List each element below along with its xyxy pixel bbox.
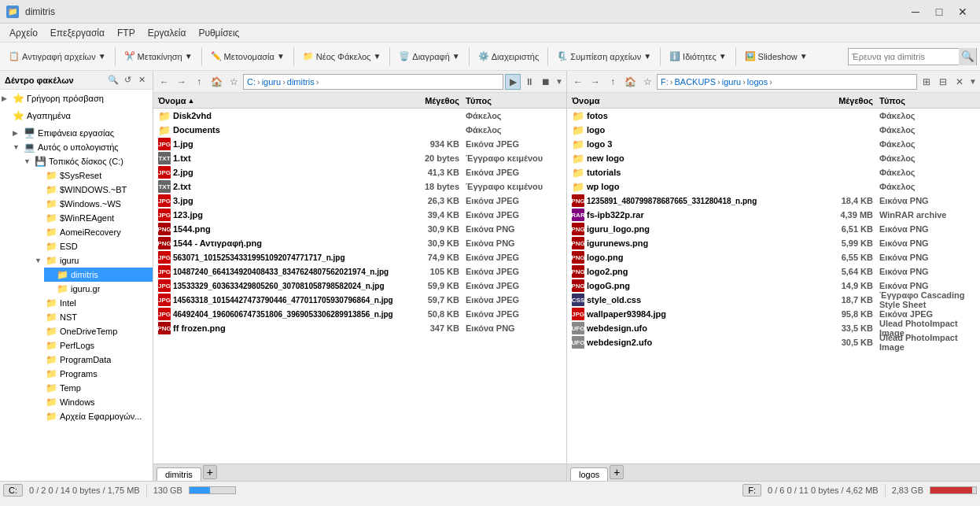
table-row[interactable]: PNGff frozen.png 347 KB Εικόνα PNG [153,321,566,335]
copy-files-button[interactable]: 📋 Αντιγραφή αρχείων ▼ [3,46,112,68]
tree-item-onedrivetemp[interactable]: 📁 OneDriveTemp [33,324,153,338]
tree-item-favorites[interactable]: ⭐ Αγαπημένα [0,109,153,123]
rename-button[interactable]: ✏️ Μετονομασία ▼ [205,46,290,68]
left-col-name[interactable]: Όνομα ▲ [155,96,400,105]
left-stop-button[interactable]: ⏹ [538,74,554,90]
right-back-button[interactable]: ← [570,74,586,90]
right-path-backups[interactable]: BACKUPS [674,77,716,87]
right-col-type[interactable]: Τύπος [876,96,978,105]
table-row[interactable]: TXT1.txt 20 bytes Έγγραφο κειμένου [153,151,566,165]
right-drive-button[interactable]: F: [742,484,761,497]
menu-edit[interactable]: Επεξεργασία [44,26,111,40]
tree-refresh-button[interactable]: ↺ [121,74,134,87]
right-tab-add[interactable]: + [610,465,624,479]
left-pause-button[interactable]: ⏸ [521,74,537,90]
right-tab-logos[interactable]: logos [570,467,608,481]
table-row[interactable]: 📁wp logo Φάκελος [567,179,980,194]
table-row[interactable]: JPG3.jpg 26,3 KB Εικόνα JPEG [153,194,566,208]
slideshow-button[interactable]: 🖼️ Slideshow ▼ [739,46,813,68]
compress-button[interactable]: 🗜️ Συμπίεση αρχείων ▼ [551,46,657,68]
close-button[interactable]: ✕ [952,4,974,20]
left-star-button[interactable]: ☆ [226,74,241,90]
tree-search-button[interactable]: 🔍 [107,74,120,87]
right-nav-btn1[interactable]: ⊞ [919,74,934,90]
tree-item-desktop[interactable]: ▶ 🖥️ Επιφάνεια εργασίας [11,126,153,140]
menu-ftp[interactable]: FTP [111,26,142,40]
menu-settings[interactable]: Ρυθμίσεις [192,26,245,40]
tree-item-temp[interactable]: 📁 Temp [33,381,153,395]
left-tab-dimitris[interactable]: dimitris [157,467,201,481]
tree-item-igurugr[interactable]: 📁 iguru.gr [44,282,153,296]
table-row[interactable]: RARfs-ipb322p.rar 4,39 MB WinRAR archive [567,208,980,222]
delete-button[interactable]: 🗑️ Διαγραφή ▼ [393,46,465,68]
table-row[interactable]: PNG1544 - Αντιγραφή.png 30,9 KB Εικόνα P… [153,236,566,250]
new-folder-button[interactable]: 📁 Νέος Φάκελος ▼ [297,46,387,68]
table-row[interactable]: UFOwebdesign2.ufo 30,5 KB Ulead PhotoImp… [567,335,980,349]
tree-item-esd[interactable]: 📁 ESD [33,239,153,253]
left-col-size[interactable]: Μέγεθος [400,96,462,105]
tree-item-dimitris[interactable]: 📁 dimitris [44,268,153,282]
tree-item-aomei[interactable]: 📁 AomeiRecovery [33,225,153,239]
table-row[interactable]: JPG1.jpg 934 KB Εικόνα JPEG [153,137,566,151]
right-path-f[interactable]: F: [661,77,669,87]
table-row[interactable]: 📁new logo Φάκελος [567,151,980,165]
left-drive-button[interactable]: C: [3,484,23,497]
maximize-button[interactable]: □ [928,4,950,20]
right-up-button[interactable]: ↑ [605,74,621,90]
properties-button[interactable]: ℹ️ Ιδιότητες ▼ [664,46,732,68]
left-path-c[interactable]: C: [247,77,256,87]
table-row[interactable]: JPG123.jpg 39,4 KB Εικόνα JPEG [153,208,566,222]
left-col-type[interactable]: Τύπος [462,96,565,105]
tree-item-nst[interactable]: 📁 NST [33,310,153,324]
table-row[interactable]: 📁logo Φάκελος [567,123,980,137]
table-row[interactable]: TXT2.txt 18 bytes Έγγραφο κειμένου [153,179,566,194]
right-path-dropdown[interactable]: ▼ [969,77,977,86]
menu-tools[interactable]: Εργαλεία [142,26,193,40]
table-row[interactable]: JPG563071_101525343319951092074771717_n.… [153,250,566,264]
table-row[interactable]: PNGlogo2.png 5,64 KB Εικόνα PNG [567,264,980,279]
left-play-button[interactable]: ▶ [505,74,521,90]
table-row[interactable]: 📁fotos Φάκελος [567,109,980,123]
tree-item-iguru[interactable]: ▼ 📁 iguru [33,253,153,268]
move-button[interactable]: ✂️ Μετακίνηση ▼ [119,46,198,68]
tree-item-intel[interactable]: 📁 Intel [33,296,153,310]
right-path-iguru[interactable]: iguru [722,77,741,87]
right-col-size[interactable]: Μέγεθος [813,96,876,105]
left-forward-button[interactable]: → [174,74,190,90]
right-nav-btn2[interactable]: ⊟ [935,74,951,90]
table-row[interactable]: 📁tutorials Φάκελος [567,165,980,179]
right-forward-button[interactable]: → [588,74,603,90]
tree-item-winreagent[interactable]: 📁 $WinREAgent [33,211,153,225]
tree-item-windows[interactable]: 📁 Windows [33,395,153,409]
left-up-button[interactable]: ↑ [191,74,207,90]
tree-item-this-pc[interactable]: ▼ 💻 Αυτός ο υπολογιστής [11,140,153,154]
right-nav-btn3[interactable]: ✕ [952,74,967,90]
table-row[interactable]: JPG13533329_603633429805260_307081058798… [153,279,566,293]
menu-file[interactable]: Αρχείο [3,26,44,40]
tree-item-programs[interactable]: 📁 Programs [33,367,153,381]
table-row[interactable]: PNGlogo.png 6,55 KB Εικόνα PNG [567,250,980,264]
left-tab-add[interactable]: + [203,465,217,479]
minimize-button[interactable]: ─ [904,4,927,20]
tree-item-programdata[interactable]: 📁 ProgramData [33,353,153,367]
left-back-button[interactable]: ← [157,74,172,90]
search-input[interactable] [849,52,959,61]
table-row[interactable]: PNGigurunews.png 5,99 KB Εικόνα PNG [567,236,980,250]
table-row[interactable]: PNGiguru_logo.png 6,51 KB Εικόνα PNG [567,222,980,236]
left-home-button[interactable]: 🏠 [208,74,224,90]
left-path-dimitris[interactable]: dimitris [287,77,315,87]
tree-item-quick-access[interactable]: ▶ ⭐ Γρήγορη πρόσβαση [0,91,153,105]
table-row[interactable]: JPG46492404_1960606747351806_39690533062… [153,307,566,321]
left-path-dropdown[interactable]: ▼ [555,77,563,86]
tree-item-apps[interactable]: 📁 Αρχεία Εφαρμογών... [33,409,153,423]
table-row[interactable]: 📁Disk2vhd Φάκελος [153,109,566,123]
tree-close-button[interactable]: ✕ [135,74,148,87]
table-row[interactable]: PNG1544.png 30,9 KB Εικόνα PNG [153,222,566,236]
tree-item-local-disk[interactable]: ▼ 💾 Τοπικός δίσκος (C:) [22,154,153,168]
table-row[interactable]: CSSstyle_old.css 18,7 KB Έγγραφο Cascadi… [567,293,980,307]
search-button[interactable]: 🔍 [959,48,976,65]
table-row[interactable]: PNG1235891_480799878687665_331280418_n.p… [567,194,980,208]
manager-button[interactable]: ⚙️ Διαχειριστής [473,46,545,68]
right-path-logos[interactable]: logos [747,77,768,87]
table-row[interactable]: JPG14563318_10154427473790446_4770117059… [153,293,566,307]
